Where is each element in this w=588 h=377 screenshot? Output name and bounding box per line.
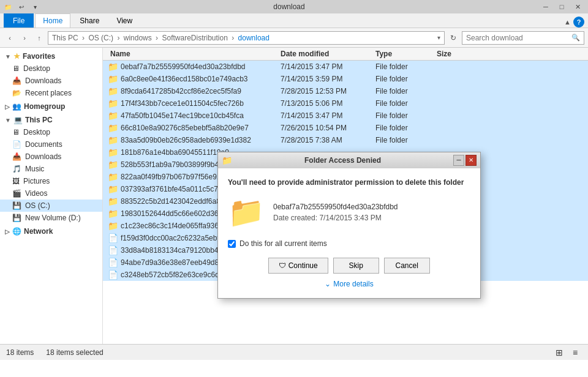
dialog-title-bar: 📁 Folder Access Denied ─ ✕ [218,152,480,168]
cancel-button[interactable]: Cancel [384,258,430,274]
chevron-down-icon: ⌄ [325,280,331,288]
folder-name: 0ebaf7a7b25559950fd4ed30a23bfdbd [273,203,398,211]
dialog-title: Folder Access Denied [304,156,381,165]
dialog-close-button[interactable]: ✕ [466,155,477,166]
skip-button[interactable]: Skip [333,258,379,274]
continue-label: Continue [288,261,318,270]
dialog-checkbox-container: Do this for all current items [228,239,470,248]
dialog-content: You'll need to provide administrator per… [218,168,480,298]
folder-details: 0ebaf7a7b25559950fd4ed30a23bfdbd Date cr… [273,203,398,222]
dialog-buttons: 🛡 Continue Skip Cancel [228,258,470,274]
continue-icon: 🛡 [279,261,286,270]
dialog-message: You'll need to provide administrator per… [228,178,470,187]
more-details-button[interactable]: ⌄ More details [228,280,470,288]
checkbox-label[interactable]: Do this for all current items [239,239,327,248]
dialog-window-controls: ─ ✕ [453,155,477,166]
dialog-icon: 📁 [222,155,232,165]
more-details-label: More details [333,280,373,288]
dialog-folder-info: 📁 0ebaf7a7b25559950fd4ed30a23bfdbd Date … [228,195,470,230]
folder-access-denied-dialog: 📁 Folder Access Denied ─ ✕ You'll need t… [217,152,481,299]
continue-button[interactable]: 🛡 Continue [268,258,328,274]
dialog-minimize-button[interactable]: ─ [453,155,464,166]
big-folder-icon: 📁 [228,195,265,230]
do-for-all-checkbox[interactable] [228,240,236,248]
dialog-overlay: 📁 Folder Access Denied ─ ✕ You'll need t… [0,0,588,377]
folder-date: Date created: 7/14/2015 3:43 PM [273,214,398,222]
